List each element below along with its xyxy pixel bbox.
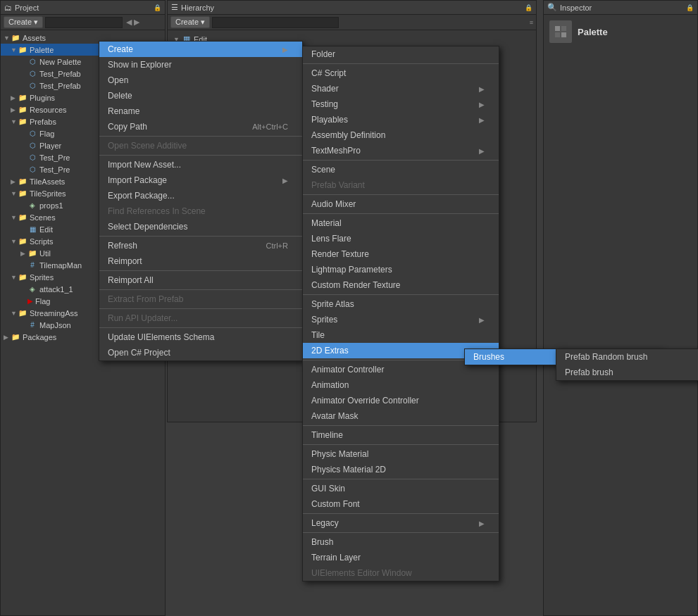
menu-item-reimport-all[interactable]: Reimport All — [99, 272, 302, 288]
svg-rect-2 — [561, 26, 566, 31]
separator8 — [303, 444, 499, 445]
scene-icon: ▦ — [27, 225, 37, 234]
folder-icon: 📁 — [18, 105, 27, 115]
menu-item-testing[interactable]: Testing ▶ — [303, 96, 499, 112]
menu-item-sprites[interactable]: Sprites ▶ — [303, 312, 499, 327]
menu-item-avatar-mask[interactable]: Avatar Mask — [303, 408, 499, 424]
hierarchy-menu-icon[interactable]: ≡ — [530, 19, 533, 26]
separator10 — [303, 513, 499, 514]
project-search[interactable] — [45, 17, 123, 28]
menu-item-legacy[interactable]: Legacy ▶ — [303, 515, 499, 531]
menu-item-open-csharp[interactable]: Open C# Project — [99, 345, 302, 360]
menu-item-custom-font[interactable]: Custom Font — [303, 496, 499, 512]
menu-item-import-package[interactable]: Import Package ▶ — [99, 172, 302, 188]
menu-item-sprite-atlas[interactable]: Sprite Atlas — [303, 296, 499, 312]
menu-item-lightmap-params[interactable]: Lightmap Parameters — [303, 262, 499, 277]
menu-item-delete[interactable]: Delete — [99, 88, 302, 103]
inspector-title: Inspector — [560, 4, 592, 12]
menu-item-gui-skin[interactable]: GUI Skin — [303, 481, 499, 496]
menu-item-physic-material[interactable]: Physic Material — [303, 446, 499, 462]
menu-item-render-texture[interactable]: Render Texture — [303, 246, 499, 262]
menu-item-physics-material-2d[interactable]: Physics Material 2D — [303, 462, 499, 477]
menu-item-assembly-definition[interactable]: Assembly Definition — [303, 127, 499, 143]
menu-item-animation[interactable]: Animation — [303, 377, 499, 393]
submenu-arrow: ▶ — [479, 147, 485, 155]
menu-item-copy-path[interactable]: Copy Path Alt+Ctrl+C — [99, 119, 302, 134]
submenu-arrow: ▶ — [479, 85, 485, 93]
palette-thumbnail — [549, 20, 572, 43]
menu-item-textmeshpro[interactable]: TextMeshPro ▶ — [303, 143, 499, 158]
hierarchy-header: ☰ Hierarchy 🔒 — [168, 1, 536, 15]
hierarchy-icon: ☰ — [171, 3, 178, 12]
menu-item-folder[interactable]: Folder — [303, 46, 499, 62]
expand-arrow — [20, 58, 27, 65]
menu-item-export-package[interactable]: Export Package... — [99, 188, 302, 203]
nav-back-icon[interactable]: ◀ — [126, 18, 132, 27]
script-icon: # — [27, 320, 37, 330]
expand-arrow: ▼ — [11, 274, 18, 281]
folder-icon: 📁 — [11, 33, 20, 43]
expand-arrow: ▼ — [11, 214, 18, 221]
svg-rect-1 — [555, 26, 560, 31]
svg-rect-4 — [561, 32, 566, 37]
menu-item-select-dependencies[interactable]: Select Dependencies — [99, 219, 302, 234]
expand-arrow — [20, 286, 27, 293]
prefab-icon: ⬡ — [27, 165, 37, 175]
separator1 — [99, 136, 302, 137]
separator3 — [99, 236, 302, 237]
menu-item-shader[interactable]: Shader ▶ — [303, 81, 499, 96]
menu-item-open-scene-additive: Open Scene Additive — [99, 138, 302, 153]
menu-item-animator-override[interactable]: Animator Override Controller — [303, 393, 499, 408]
menu-item-csharp-script[interactable]: C# Script — [303, 65, 499, 81]
expand-arrow — [20, 262, 27, 269]
menu-item-create[interactable]: Create ▶ — [99, 42, 302, 57]
project-create-btn[interactable]: Create ▾ — [4, 16, 43, 28]
folder-icon: 📁 — [18, 213, 27, 222]
separator7 — [303, 425, 499, 426]
menu-item-scene[interactable]: Scene — [303, 162, 499, 177]
folder-icon: 📁 — [18, 93, 27, 103]
sprite-icon: ◈ — [27, 201, 37, 210]
menu-item-extract-from-prefab: Extract From Prefab — [99, 291, 302, 307]
expand-arrow: ▼ — [11, 310, 18, 317]
nav-forward-icon[interactable]: ▶ — [134, 18, 139, 27]
inspector-header: 🔍 Inspector 🔒 — [544, 1, 697, 15]
separator4 — [303, 213, 499, 214]
expand-arrow — [20, 202, 27, 209]
expand-arrow — [20, 322, 27, 329]
hierarchy-search[interactable] — [212, 17, 339, 28]
expand-arrow — [20, 82, 27, 89]
menu-item-update-uielements[interactable]: Update UIElements Schema — [99, 329, 302, 345]
menu-item-open[interactable]: Open — [99, 73, 302, 88]
menu-item-prefab-random-brush[interactable]: Prefab Random brush — [556, 349, 698, 365]
copy-path-hotkey: Alt+Ctrl+C — [252, 122, 288, 131]
expand-arrow — [20, 70, 27, 77]
submenu-arrow: ▶ — [282, 177, 288, 184]
lock-icon: 🔒 — [525, 4, 532, 11]
menu-item-playables[interactable]: Playables ▶ — [303, 112, 499, 127]
expand-arrow — [20, 226, 27, 233]
menu-item-rename[interactable]: Rename — [99, 103, 302, 119]
menu-item-tile[interactable]: Tile — [303, 327, 499, 343]
separator5 — [99, 289, 302, 290]
hierarchy-title: Hierarchy — [181, 4, 214, 12]
menu-item-run-api-updater: Run API Updater... — [99, 310, 302, 326]
menu-item-show-explorer[interactable]: Show in Explorer — [99, 57, 302, 73]
prefab-icon: ⬡ — [27, 141, 37, 151]
menu-item-timeline[interactable]: Timeline — [303, 427, 499, 443]
menu-item-custom-render-texture[interactable]: Custom Render Texture — [303, 277, 499, 293]
menu-item-audio-mixer[interactable]: Audio Mixer — [303, 196, 499, 212]
menu-item-terrain-layer[interactable]: Terrain Layer — [303, 550, 499, 565]
menu-item-material[interactable]: Material — [303, 215, 499, 231]
separator2 — [99, 155, 302, 156]
menu-item-reimport[interactable]: Reimport — [99, 253, 302, 269]
menu-item-import-new-asset[interactable]: Import New Asset... — [99, 157, 302, 172]
project-title: Project — [15, 4, 39, 12]
refresh-hotkey: Ctrl+R — [266, 241, 288, 250]
menu-item-refresh[interactable]: Refresh Ctrl+R — [99, 238, 302, 253]
expand-arrow: ▼ — [4, 34, 11, 42]
menu-item-lens-flare[interactable]: Lens Flare — [303, 231, 499, 246]
hierarchy-create-btn[interactable]: Create ▾ — [170, 16, 210, 28]
menu-item-prefab-brush[interactable]: Prefab brush — [556, 365, 698, 380]
menu-item-brush[interactable]: Brush — [303, 534, 499, 550]
